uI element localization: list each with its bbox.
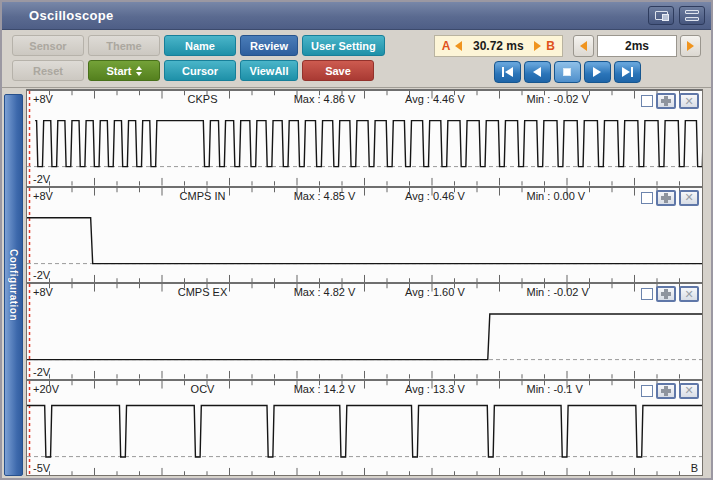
channel-top-voltage: +20V <box>33 383 59 395</box>
capture-button[interactable] <box>648 6 674 25</box>
cursor-a-label: A <box>442 39 451 53</box>
ab-time-display: A 30.72 ms B <box>434 35 563 57</box>
menu-button[interactable] <box>679 6 705 25</box>
channel-bottom-voltage: -2V <box>33 269 50 281</box>
channel-min: Min : -0.02 V <box>527 93 589 105</box>
plus-icon <box>661 96 671 106</box>
channel-panel-ckps: +8V CKPS Max : 4.86 V Avg : 4.46 V Min :… <box>27 89 702 186</box>
channel-close-button[interactable]: ✕ <box>679 383 699 399</box>
channel-panel-cmps-in: +8V CMPS IN Max : 4.85 V Avg : 0.46 V Mi… <box>27 186 702 283</box>
menu-icon <box>685 10 699 21</box>
timebase-decrease-button[interactable] <box>573 35 594 57</box>
sensor-button[interactable]: Sensor <box>12 35 84 56</box>
channel-avg: Avg : 13.3 V <box>405 383 465 395</box>
channel-min: Min : 0.00 V <box>527 190 586 202</box>
capture-icon <box>655 11 668 20</box>
start-button[interactable]: Start <box>88 60 160 81</box>
stop-icon <box>563 68 571 76</box>
channel-zoom-button[interactable] <box>656 93 676 109</box>
skip-to-start-icon <box>502 67 504 77</box>
configuration-tab[interactable]: Configuration <box>4 94 23 476</box>
channel-select-checkbox[interactable] <box>641 95 653 107</box>
skip-to-end-button[interactable] <box>614 61 641 83</box>
user-setting-button[interactable]: User Setting <box>302 35 385 56</box>
start-button-label: Start <box>106 65 131 77</box>
channel-zoom-button[interactable] <box>656 286 676 302</box>
app-icon <box>14 8 21 24</box>
toolbar: Sensor Theme Name Review User Setting Re… <box>2 30 711 88</box>
spinner-arrows-icon <box>136 66 142 76</box>
channel-name: OCV <box>191 383 215 395</box>
channel-zoom-button[interactable] <box>656 383 676 399</box>
channel-close-button[interactable]: ✕ <box>679 190 699 206</box>
channel-top-voltage: +8V <box>33 190 53 202</box>
timebase-value[interactable]: 2ms <box>597 35 677 57</box>
channel-bottom-voltage: -5V <box>33 462 50 474</box>
channel-bottom-voltage: -2V <box>33 366 50 378</box>
oscilloscope-window: Oscilloscope Sensor Theme Name Review Us… <box>0 0 713 480</box>
cursor-b-arrow-icon <box>534 41 541 51</box>
channel-bottom-voltage: -2V <box>33 173 50 185</box>
plus-icon <box>661 193 671 203</box>
channel-zoom-button[interactable] <box>656 190 676 206</box>
channel-max: Max : 4.86 V <box>294 93 356 105</box>
left-arrow-icon <box>580 41 587 51</box>
close-icon: ✕ <box>684 385 693 396</box>
plus-icon <box>661 289 671 299</box>
title-bar: Oscilloscope <box>2 2 711 30</box>
time-controls: A 30.72 ms B 2ms <box>434 35 703 83</box>
channel-close-button[interactable]: ✕ <box>679 286 699 302</box>
channel-avg: Avg : 1.60 V <box>405 286 465 298</box>
channel-max: Max : 4.85 V <box>294 190 356 202</box>
close-icon: ✕ <box>684 192 693 203</box>
channel-name: CMPS EX <box>178 286 228 298</box>
reset-button[interactable]: Reset <box>12 60 84 81</box>
channel-name: CKPS <box>188 93 218 105</box>
viewall-button[interactable]: ViewAll <box>240 60 298 81</box>
channel-top-voltage: +8V <box>33 93 53 105</box>
right-arrow-icon <box>687 41 694 51</box>
main-area: Configuration +8V CKPS Max : 4.86 V Avg … <box>2 89 711 478</box>
stop-button[interactable] <box>554 61 581 83</box>
channel-top-voltage: +8V <box>33 286 53 298</box>
channel-min: Min : -0.1 V <box>527 383 583 395</box>
play-button[interactable] <box>584 61 611 83</box>
channel-max: Max : 4.82 V <box>294 286 356 298</box>
channel-avg: Avg : 0.46 V <box>405 190 465 202</box>
cursor-b-label: B <box>546 39 555 53</box>
configuration-tab-label: Configuration <box>8 249 19 321</box>
channel-name: CMPS IN <box>180 190 226 202</box>
playback-controls <box>494 61 641 83</box>
channel-max: Max : 14.2 V <box>294 383 356 395</box>
channel-panel-ocv: +20V OCV Max : 14.2 V Avg : 13.3 V Min :… <box>27 379 702 476</box>
cursor-button[interactable]: Cursor <box>164 60 236 81</box>
cursor-a-arrow-icon <box>455 41 462 51</box>
channel-panels: +8V CKPS Max : 4.86 V Avg : 4.46 V Min :… <box>26 89 703 476</box>
channel-avg: Avg : 4.46 V <box>405 93 465 105</box>
step-back-icon <box>533 67 541 77</box>
timebase-increase-button[interactable] <box>680 35 701 57</box>
skip-to-end-icon <box>622 67 630 77</box>
channel-select-checkbox[interactable] <box>641 385 653 397</box>
window-title: Oscilloscope <box>29 8 643 23</box>
channel-close-button[interactable]: ✕ <box>679 93 699 109</box>
play-icon <box>593 67 601 77</box>
close-icon: ✕ <box>684 289 693 300</box>
plus-icon <box>661 386 671 396</box>
review-button[interactable]: Review <box>240 35 298 56</box>
close-icon: ✕ <box>684 96 693 107</box>
channel-select-checkbox[interactable] <box>641 288 653 300</box>
channel-min: Min : -0.02 V <box>527 286 589 298</box>
channel-panel-cmps-ex: +8V CMPS EX Max : 4.82 V Avg : 1.60 V Mi… <box>27 282 702 379</box>
ab-time-value: 30.72 ms <box>467 39 529 53</box>
step-back-button[interactable] <box>524 61 551 83</box>
save-button[interactable]: Save <box>302 60 374 81</box>
name-button[interactable]: Name <box>164 35 236 56</box>
theme-button[interactable]: Theme <box>88 35 160 56</box>
skip-to-start-button[interactable] <box>494 61 521 83</box>
b-marker-label: B <box>691 462 698 474</box>
channel-select-checkbox[interactable] <box>641 192 653 204</box>
toolbar-button-grid: Sensor Theme Name Review User Setting Re… <box>12 35 385 83</box>
